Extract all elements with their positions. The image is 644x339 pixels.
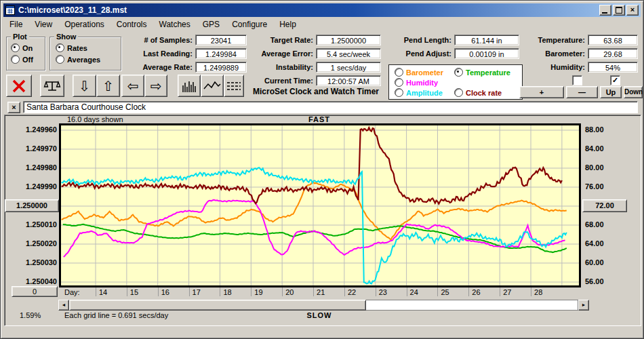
slow-label: SLOW [285,311,353,319]
last-reading-label: Last Reading: [119,49,193,58]
right-axis-tick: 84.00 [585,144,604,153]
humidity-series-radio[interactable]: Humidity [395,78,438,87]
title-bar: C:\microset\2023_11_28.mst × [3,3,641,17]
shift-down-button[interactable]: ⇩ [73,75,96,97]
target-rate-label: Target Rate: [235,36,313,44]
arrow-down-icon: ⇩ [79,79,90,93]
day-tick-mark [468,287,469,296]
temp-center-button[interactable]: 72.00 [582,199,627,212]
menu-gps[interactable]: GPS [197,19,226,30]
radio-icon [395,88,403,97]
left-axis-tick: 1.250030 [3,258,57,266]
day-tick-mark [251,287,251,296]
menu-configure[interactable]: Configure [226,19,273,30]
average-rate-label: Average Rate: [119,63,193,71]
app-window: C:\microset\2023_11_28.mst × FileViewOpe… [0,0,644,339]
temperature-series-radio[interactable]: Temperature [454,68,510,77]
left-axis-tick: 1.249960 [3,125,57,134]
day-tick-label: 22 [348,288,356,296]
day-tick-label: 25 [441,288,449,296]
scrollbar-left-icon[interactable]: ◄ [58,300,69,311]
day-tick-label: 23 [379,288,387,296]
menu-help[interactable]: Help [273,19,302,30]
grid-note-label: Each grid line = 0.691 secs/day [64,311,168,319]
radio-icon [454,88,463,97]
menu-view[interactable]: View [28,19,58,30]
balance-button[interactable] [40,75,64,97]
show-rates-radio[interactable]: Rates [56,43,87,52]
day-tick-mark [376,287,376,296]
arrow-right-icon: ⇨ [150,79,162,93]
option-checkbox-2[interactable]: ✓ [610,75,620,85]
left-axis-tick: 1.250010 [3,220,57,228]
scroll-left-button[interactable]: ⇦ [121,75,144,97]
close-icon[interactable]: × [626,5,639,16]
show-group-label: Show [54,33,78,41]
right-axis-tick: 80.00 [585,163,604,172]
up-button[interactable]: Up [600,86,622,98]
show-averages-radio[interactable]: Averages [56,55,100,64]
plot-on-radio[interactable]: On [11,43,33,52]
current-time-value: 12:00:57 AM [316,75,381,86]
right-axis-tick: 56.00 [585,277,604,285]
clock-name-input[interactable]: Santa Barbara Courthouse Clock [23,101,638,113]
show-group: Show Rates Averages [49,37,121,71]
pend-length-label: Pend Length: [384,36,451,44]
zero-button[interactable]: 0 [12,286,58,297]
plus-button[interactable]: + [519,86,564,98]
minus-button[interactable]: — [566,86,598,98]
right-axis-tick: 60.00 [585,258,604,266]
maximize-icon[interactable] [613,5,625,16]
day-tick-label: 15 [130,288,138,296]
zigzag-icon [203,80,221,92]
day-tick-label: 14 [99,288,107,296]
plot-group: Plot On Off [6,37,45,71]
menu-controls[interactable]: Controls [110,19,153,30]
barometer-series-radio[interactable]: Barometer [395,68,443,77]
histogram-icon [181,79,197,94]
instability-label: Instability: [235,63,313,71]
instability-value: 1 secs/day [316,62,381,73]
humidity-value: 54% [588,62,638,73]
window-title: C:\microset\2023_11_28.mst [18,5,599,15]
menu-bar: FileViewOperationsControlsWatchesGPSConf… [3,18,641,31]
line-view-button[interactable] [201,75,224,97]
day-tick-mark [313,287,314,296]
fast-label: FAST [285,115,353,123]
menu-file[interactable]: File [3,19,28,30]
radio-icon [56,43,64,52]
down-button[interactable]: Down [624,86,643,98]
balance-icon [43,79,61,94]
day-tick-mark [531,287,531,296]
delete-button[interactable] [6,75,32,97]
day-tick-mark [407,287,407,296]
shift-up-button[interactable]: ⇧ [96,75,120,97]
h-scrollbar-thumb[interactable] [69,300,366,311]
day-tick-label: 17 [193,288,201,296]
plot-off-radio[interactable]: Off [11,55,33,64]
barometer-label: Barometer: [513,49,585,58]
day-tick-mark [220,287,220,296]
amplitude-series-radio[interactable]: Amplitude [395,88,443,97]
scrollbar-right-icon[interactable]: ► [578,300,589,311]
day-tick-mark [344,287,345,296]
radio-icon [395,78,403,87]
clear-file-button[interactable]: × [7,102,20,113]
day-axis-label: Day: [64,288,80,296]
smooth-view-button[interactable] [224,75,244,97]
day-tick-mark [96,287,96,296]
minimize-icon[interactable] [599,5,611,16]
temperature-label: Temperature: [513,36,585,44]
scroll-right-button[interactable]: ⇨ [144,75,167,97]
menu-operations[interactable]: Operations [58,19,110,30]
close-icon: × [12,103,16,111]
rate-chart[interactable] [61,125,579,285]
day-tick-mark [282,287,283,296]
clock-rate-series-radio[interactable]: Clock rate [454,88,502,97]
menu-watches[interactable]: Watches [153,19,197,30]
rate-center-button[interactable]: 1.250000 [5,199,59,212]
option-checkbox-1[interactable] [572,75,582,85]
day-tick-mark [437,287,438,296]
temperature-value: 63.68 [588,35,638,45]
histogram-view-button[interactable] [178,75,201,97]
